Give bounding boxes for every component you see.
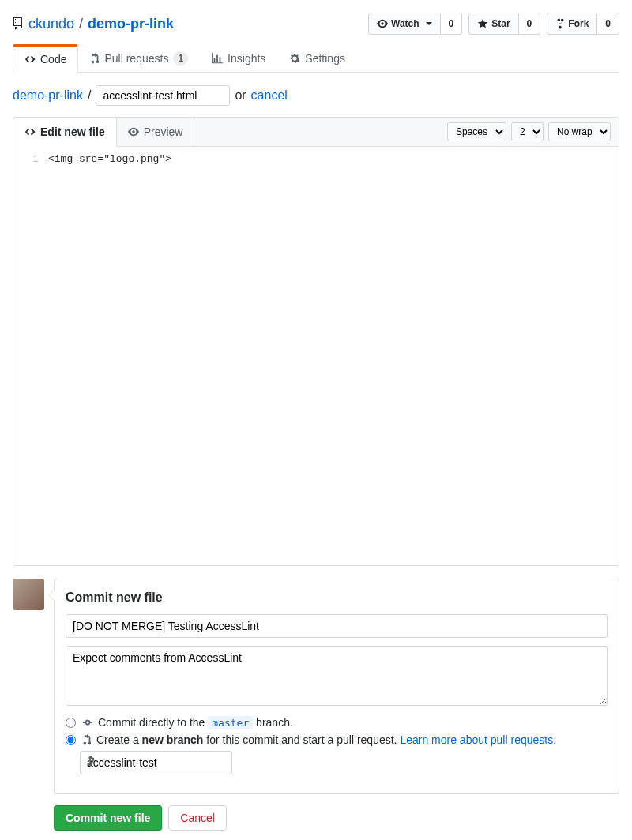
- star-button[interactable]: Star: [468, 13, 518, 35]
- commit-cancel-button[interactable]: Cancel: [168, 805, 227, 831]
- radio-create-branch[interactable]: [66, 735, 76, 745]
- fork-count[interactable]: 0: [597, 13, 619, 35]
- tab-preview[interactable]: Preview: [117, 118, 195, 146]
- star-icon: [477, 18, 488, 29]
- fork-icon: [555, 18, 565, 29]
- watch-label: Watch: [391, 16, 419, 32]
- tab-code-label: Code: [40, 53, 66, 66]
- wrap-mode-select[interactable]: No wrap: [548, 122, 611, 141]
- graph-icon: [212, 53, 223, 64]
- line-number: 1: [13, 153, 39, 165]
- repo-actions: Watch 0 Star 0 Fork 0: [368, 13, 619, 35]
- pr-icon: [90, 53, 100, 64]
- radio-commit-directly[interactable]: [66, 718, 76, 728]
- eye-icon: [128, 126, 139, 137]
- eye-icon: [377, 18, 388, 29]
- tab-settings[interactable]: Settings: [277, 44, 357, 72]
- watch-button[interactable]: Watch: [368, 13, 441, 35]
- indent-mode-select[interactable]: Spaces: [447, 122, 506, 141]
- filename-input[interactable]: [96, 85, 230, 106]
- default-branch-badge: master: [208, 716, 253, 729]
- breadcrumb-root[interactable]: demo-pr-link: [13, 88, 83, 103]
- fork-button[interactable]: Fork: [547, 13, 597, 35]
- avatar: [13, 579, 44, 610]
- repo-title: ckundo / demo-pr-link: [13, 16, 174, 32]
- code-icon: [24, 54, 36, 65]
- breadcrumb-or: or: [235, 88, 246, 103]
- repo-tabs: Code Pull requests 1 Insights Settings: [13, 44, 619, 73]
- code-icon: [24, 126, 36, 137]
- commit-summary-input[interactable]: [66, 614, 608, 638]
- git-commit-icon: [82, 717, 93, 728]
- tab-edit-new-file[interactable]: Edit new file: [13, 118, 117, 147]
- star-count[interactable]: 0: [519, 13, 541, 35]
- tab-prs-label: Pull requests: [104, 52, 168, 65]
- commit-form: Commit new file Expect comments from Acc…: [54, 579, 619, 794]
- line-gutter: 1: [13, 147, 45, 565]
- repo-name-link[interactable]: demo-pr-link: [88, 16, 174, 32]
- commit-submit-button[interactable]: Commit new file: [54, 805, 162, 831]
- commit-description-textarea[interactable]: Expect comments from AccessLint: [66, 646, 608, 706]
- cancel-link[interactable]: cancel: [251, 88, 288, 103]
- tab-pull-requests[interactable]: Pull requests 1: [78, 44, 200, 72]
- code-content[interactable]: <img src="logo.png">: [45, 147, 619, 565]
- tab-code[interactable]: Code: [13, 44, 78, 73]
- tab-settings-label: Settings: [305, 52, 345, 65]
- star-label: Star: [491, 16, 510, 32]
- fork-label: Fork: [568, 16, 589, 32]
- tab-edit-label: Edit new file: [40, 126, 105, 138]
- tab-insights-label: Insights: [228, 52, 265, 65]
- code-editor[interactable]: 1 <img src="logo.png">: [13, 147, 619, 565]
- repo-icon: [13, 17, 25, 30]
- indent-size-select[interactable]: 2: [511, 122, 544, 141]
- commit-title: Commit new file: [66, 591, 608, 605]
- file-editor: Edit new file Preview Spaces 2 No wrap 1…: [13, 117, 619, 566]
- branch-name-input[interactable]: [80, 751, 232, 774]
- tab-insights[interactable]: Insights: [200, 44, 277, 72]
- tab-preview-label: Preview: [144, 126, 183, 138]
- gear-icon: [289, 53, 300, 64]
- repo-owner-link[interactable]: ckundo: [28, 16, 74, 32]
- breadcrumb: demo-pr-link / or cancel: [13, 85, 619, 106]
- watch-count[interactable]: 0: [441, 13, 463, 35]
- tab-prs-count: 1: [173, 51, 188, 66]
- pr-icon: [82, 734, 92, 745]
- learn-more-link[interactable]: Learn more about pull requests.: [400, 733, 556, 746]
- git-branch-icon: [86, 756, 96, 767]
